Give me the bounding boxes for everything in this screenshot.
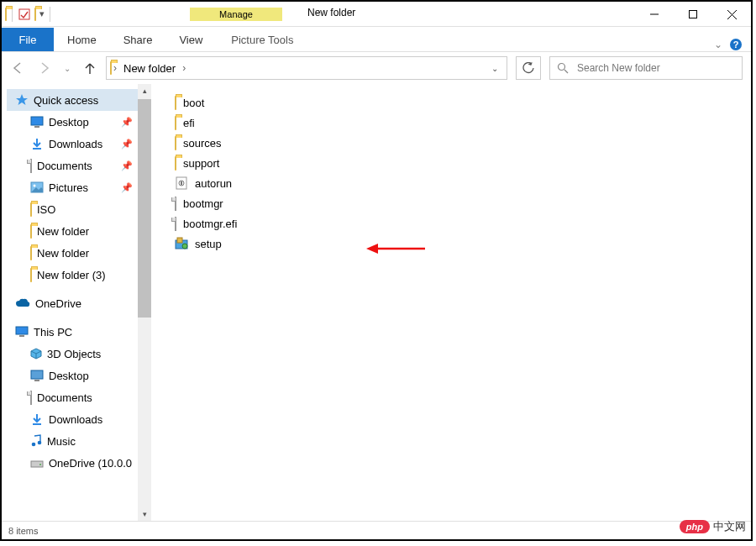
file-tab[interactable]: File: [2, 28, 54, 51]
folder-icon: [30, 203, 32, 216]
sidebar-item-onedrive[interactable]: OneDrive: [7, 292, 151, 314]
properties-icon[interactable]: [18, 8, 31, 21]
tab-share[interactable]: Share: [110, 28, 166, 51]
sidebar-item-label: Downloads: [49, 138, 102, 150]
status-bar: 8 items: [2, 521, 751, 539]
help-icon[interactable]: ?: [729, 38, 743, 51]
sidebar-item-documents-pc[interactable]: Documents: [7, 386, 151, 408]
sidebar-item-downloads-pc[interactable]: Downloads: [7, 408, 151, 430]
list-item[interactable]: boot: [175, 92, 751, 113]
3d-objects-icon: [30, 348, 42, 360]
sidebar-item-label: New folder: [37, 225, 89, 238]
svg-rect-14: [16, 327, 28, 334]
sidebar-item-label: This PC: [34, 326, 72, 339]
music-icon: [30, 434, 42, 448]
svg-rect-21: [31, 461, 43, 467]
tab-home[interactable]: Home: [54, 28, 110, 51]
close-button[interactable]: [712, 2, 751, 27]
qat-overflow-icon[interactable]: ▾: [39, 8, 45, 19]
watermark: php 中文网: [680, 519, 746, 534]
list-item[interactable]: support: [175, 153, 751, 173]
svg-rect-15: [19, 335, 24, 337]
tab-picture-tools[interactable]: Picture Tools: [216, 28, 308, 51]
breadcrumb-separator[interactable]: ›: [181, 62, 187, 74]
sidebar-item-label: Downloads: [49, 413, 102, 426]
sidebar-item-new-folder-3[interactable]: New folder (3): [7, 264, 151, 286]
address-bar[interactable]: › New folder › ⌄: [106, 56, 507, 80]
pin-icon: 📌: [121, 139, 133, 150]
forward-button[interactable]: [37, 60, 52, 76]
svg-point-7: [559, 64, 565, 71]
address-dropdown-icon[interactable]: ⌄: [491, 64, 498, 73]
star-icon: [15, 93, 29, 107]
drive-icon: [30, 458, 44, 468]
downloads-icon: [30, 137, 44, 150]
chevron-down-icon[interactable]: ⌄: [714, 39, 722, 50]
svg-point-20: [38, 441, 42, 445]
folder-icon[interactable]: [34, 8, 36, 20]
tab-view[interactable]: View: [165, 28, 216, 51]
list-item[interactable]: efi: [175, 113, 751, 133]
list-item[interactable]: bootmgr.efi: [175, 213, 751, 234]
scroll-up-icon[interactable]: ▴: [138, 84, 151, 97]
sidebar-item-label: ISO: [37, 203, 55, 216]
desktop-icon: [30, 116, 44, 128]
svg-rect-9: [31, 117, 43, 125]
folder-icon: [175, 137, 176, 150]
downloads-icon: [30, 412, 44, 426]
up-button[interactable]: [82, 60, 97, 76]
file-name: bootmgr.efi: [183, 218, 237, 230]
scroll-down-icon[interactable]: ▾: [138, 507, 151, 521]
sidebar-item-label: New folder: [37, 247, 89, 260]
list-item[interactable]: bootmgr: [175, 193, 751, 213]
svg-rect-16: [31, 370, 43, 379]
sidebar-item-documents[interactable]: Documents 📌: [7, 155, 151, 176]
sidebar-item-label: 3D Objects: [47, 348, 101, 360]
context-group-label: Manage: [190, 8, 282, 21]
back-button[interactable]: [10, 60, 25, 76]
sidebar-item-iso[interactable]: ISO: [7, 198, 151, 220]
sidebar-item-music[interactable]: Music: [7, 430, 151, 452]
sidebar-item-3d-objects[interactable]: 3D Objects: [7, 343, 151, 365]
sidebar-item-desktop[interactable]: Desktop 📌: [7, 111, 151, 133]
maximize-button[interactable]: [674, 2, 712, 27]
sidebar-scrollbar[interactable]: ▴ ▾: [138, 84, 151, 521]
svg-rect-2: [690, 11, 697, 18]
svg-rect-0: [19, 9, 29, 19]
folder-icon: [30, 225, 32, 238]
sidebar-item-label: New folder (3): [37, 269, 106, 281]
pictures-icon: [30, 181, 44, 193]
sidebar-item-label: Documents: [37, 391, 92, 404]
sidebar-item-quick-access[interactable]: Quick access: [7, 89, 151, 111]
sidebar-item-desktop-pc[interactable]: Desktop: [7, 365, 151, 386]
documents-icon: [30, 160, 32, 172]
sidebar-item-downloads[interactable]: Downloads 📌: [7, 133, 151, 155]
setup-exe-icon: [175, 237, 188, 250]
sidebar-item-new-folder[interactable]: New folder: [7, 242, 151, 264]
list-item[interactable]: autorun: [175, 173, 751, 193]
file-name: sources: [183, 137, 222, 150]
minimize-button[interactable]: [635, 2, 674, 27]
sidebar-item-pictures[interactable]: Pictures 📌: [7, 176, 151, 198]
breadcrumb-separator[interactable]: ›: [112, 62, 118, 74]
history-dropdown-icon[interactable]: ⌄: [64, 64, 71, 73]
list-item[interactable]: setup: [175, 234, 751, 254]
sidebar-item-this-pc[interactable]: This PC: [7, 321, 151, 343]
svg-point-13: [34, 185, 36, 187]
sidebar-item-label: Pictures: [49, 181, 88, 194]
file-list[interactable]: boot efi sources support autorun bootmgr…: [151, 84, 751, 521]
scrollbar-thumb[interactable]: [138, 99, 151, 318]
sidebar-item-label: Desktop: [49, 370, 89, 382]
breadcrumb-segment[interactable]: New folder: [118, 62, 181, 75]
file-name: efi: [183, 117, 195, 129]
this-pc-icon: [15, 326, 29, 338]
search-box[interactable]: Search New folder: [549, 56, 743, 80]
folder-icon: [30, 269, 32, 281]
sidebar-item-label: Quick access: [34, 94, 98, 107]
list-item[interactable]: sources: [175, 133, 751, 153]
folder-icon: [30, 247, 32, 260]
refresh-button[interactable]: [516, 56, 541, 80]
sidebar-item-new-folder[interactable]: New folder: [7, 220, 151, 242]
window-title: New folder: [307, 2, 355, 18]
sidebar-item-onedrive-drive[interactable]: OneDrive (10.0.0: [7, 452, 151, 474]
